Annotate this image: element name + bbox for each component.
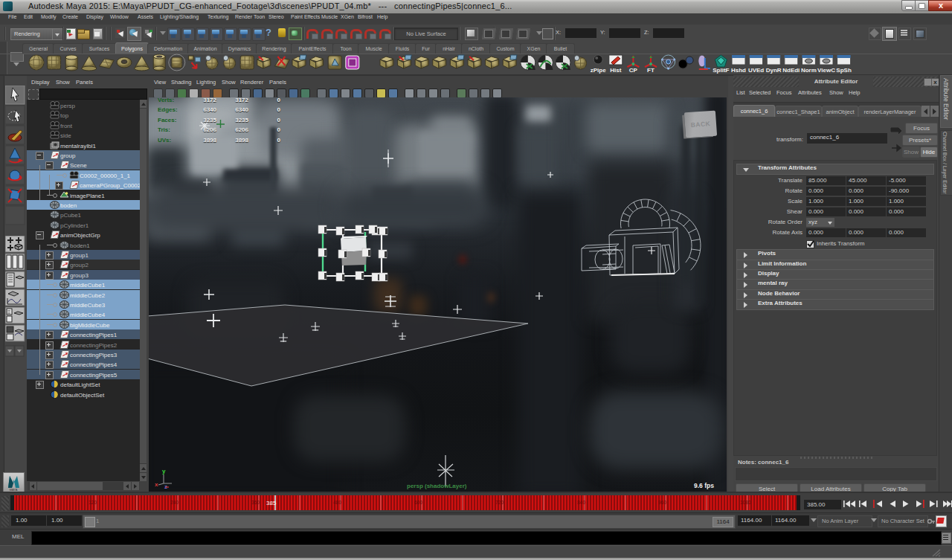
svg-text:zPipe: zPipe <box>591 67 606 74</box>
svg-text:SpSh: SpSh <box>836 67 852 74</box>
svg-text:FT: FT <box>647 67 654 74</box>
svg-text:CP: CP <box>629 67 638 74</box>
svg-text:ViewC: ViewC <box>817 67 835 74</box>
svg-text:SplitF: SplitF <box>713 67 729 74</box>
svg-text:z: z <box>164 483 167 489</box>
svg-text:y: y <box>162 468 166 474</box>
svg-text:Hshd: Hshd <box>731 67 746 74</box>
svg-text:x: x <box>155 481 158 488</box>
svg-text:UVEd: UVEd <box>748 67 764 74</box>
svg-text:NdEdi: NdEdi <box>782 67 800 74</box>
svg-text:Norm: Norm <box>801 67 817 74</box>
svg-text:Hist: Hist <box>610 67 621 74</box>
svg-text:DynR: DynR <box>766 67 782 74</box>
